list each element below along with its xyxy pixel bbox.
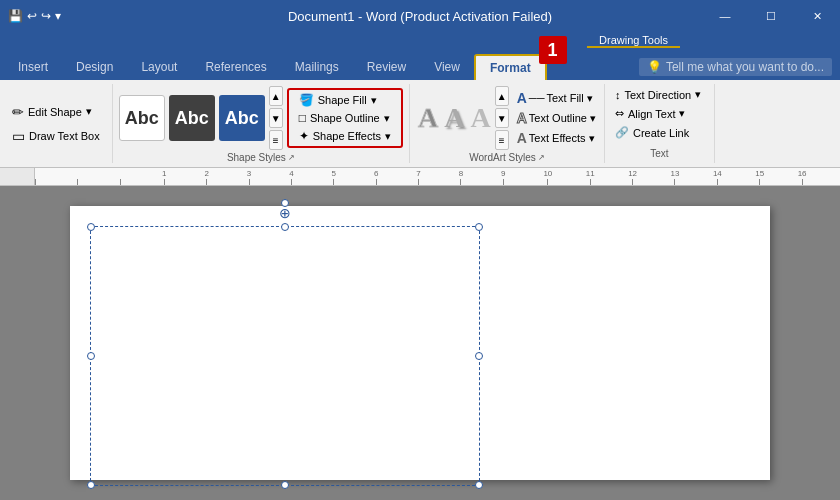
handle-middle-left[interactable] xyxy=(87,352,95,360)
quick-access-arrow[interactable]: ▾ xyxy=(55,9,61,23)
wordart-expand-icon[interactable]: ↗ xyxy=(538,153,545,162)
shape-style-up[interactable]: ▲ xyxy=(269,86,283,106)
save-icon[interactable]: 💾 xyxy=(8,9,23,23)
text-direction-label: Text Direction xyxy=(624,89,691,101)
align-text-icon: ⇔ xyxy=(615,107,624,120)
quick-access[interactable]: 💾 ↩ ↪ ▾ xyxy=(8,9,61,23)
handle-bottom-right[interactable] xyxy=(475,481,483,489)
handle-bottom-center[interactable]: 2 xyxy=(281,481,289,489)
handle-top-right[interactable] xyxy=(475,223,483,231)
direction-section-label: Text xyxy=(611,146,708,161)
create-link-icon: 🔗 xyxy=(615,126,629,139)
tab-insert[interactable]: Insert xyxy=(4,54,62,80)
text-fill-icon: A xyxy=(517,90,527,106)
wordart-more[interactable]: ≡ xyxy=(495,130,509,150)
drawing-tools-bar: Drawing Tools xyxy=(0,32,840,50)
window-title: Document1 - Word (Product Activation Fai… xyxy=(288,9,552,24)
shape-fill-arrow: ▾ xyxy=(371,94,377,107)
shape-style-down[interactable]: ▼ xyxy=(269,108,283,128)
wordart-up[interactable]: ▲ xyxy=(495,86,509,106)
search-bar[interactable]: 💡 Tell me what you want to do... xyxy=(639,58,832,76)
edit-shape-label: Edit Shape xyxy=(28,106,82,118)
text-direction-button[interactable]: ↕ Text Direction ▾ xyxy=(611,86,708,103)
text-box[interactable]: ⊕ 2 xyxy=(90,226,480,486)
move-handle[interactable]: ⊕ xyxy=(279,205,291,221)
align-text-arrow: ▾ xyxy=(679,107,685,120)
shape-styles-content: Abc Abc Abc ▲ ▼ ≡ 🪣 Shape Fill ▾ □ Shape… xyxy=(119,86,403,150)
shape-outline-button[interactable]: □ Shape Outline ▾ xyxy=(295,110,395,126)
shape-effects-icon: ✦ xyxy=(299,129,309,143)
tab-format[interactable]: Format xyxy=(474,54,547,80)
wordart-letter-1[interactable]: A xyxy=(416,102,440,134)
text-box-icon: ▭ xyxy=(12,128,25,144)
text-fill-button[interactable]: A ── Text Fill ▾ xyxy=(515,89,598,107)
handle-top-left[interactable] xyxy=(87,223,95,231)
ruler-marks: 1234567891011121314151617 xyxy=(35,168,840,185)
handle-middle-right[interactable] xyxy=(475,352,483,360)
ribbon: ✏ Edit Shape ▾ ▭ Draw Text Box Abc Abc A… xyxy=(0,80,840,168)
tab-format-container: Format 1 xyxy=(474,54,547,80)
drawing-tools-label: Drawing Tools xyxy=(587,34,680,48)
text-direction-arrow: ▾ xyxy=(695,88,701,101)
shape-styles-section: Abc Abc Abc ▲ ▼ ≡ 🪣 Shape Fill ▾ □ Shape… xyxy=(113,84,410,163)
shape-effects-label: Shape Effects xyxy=(313,130,381,142)
close-button[interactable]: ✕ xyxy=(794,0,840,32)
wordart-letter-3[interactable]: A xyxy=(468,102,492,134)
edit-shape-arrow[interactable]: ▾ xyxy=(86,105,92,118)
tab-references[interactable]: References xyxy=(191,54,280,80)
minimize-button[interactable]: — xyxy=(702,0,748,32)
align-text-label: Align Text xyxy=(628,108,676,120)
text-outline-button[interactable]: A Text Outline ▾ xyxy=(515,109,598,127)
shape-styles-expand-icon[interactable]: ↗ xyxy=(288,153,295,162)
text-fill-label: Text Fill ▾ xyxy=(546,92,592,105)
wordart-content: A A A ▲ ▼ ≡ A ── Text Fill ▾ A Text Outl… xyxy=(416,86,598,150)
direction-section: ↕ Text Direction ▾ ⇔ Align Text ▾ 🔗 Crea… xyxy=(605,84,715,163)
tab-design[interactable]: Design xyxy=(62,54,127,80)
shape-style-more[interactable]: ≡ xyxy=(269,130,283,150)
draw-text-box-label: Draw Text Box xyxy=(29,130,100,142)
edit-shape-button[interactable]: ✏ Edit Shape ▾ xyxy=(8,102,104,122)
shape-effects-button[interactable]: ✦ Shape Effects ▾ xyxy=(295,128,395,144)
shape-options-box: 🪣 Shape Fill ▾ □ Shape Outline ▾ ✦ Shape… xyxy=(287,88,403,148)
redo-icon[interactable]: ↪ xyxy=(41,9,51,23)
shape-fill-icon: 🪣 xyxy=(299,93,314,107)
undo-icon[interactable]: ↩ xyxy=(27,9,37,23)
document-area: ⊕ 2 xyxy=(0,186,840,500)
shape-style-white[interactable]: Abc xyxy=(119,95,165,141)
tab-mailings[interactable]: Mailings xyxy=(281,54,353,80)
direction-content: ↕ Text Direction ▾ ⇔ Align Text ▾ 🔗 Crea… xyxy=(611,86,708,146)
wordart-right: A ── Text Fill ▾ A Text Outline ▾ A Text… xyxy=(515,89,598,147)
text-effects-icon: A xyxy=(517,130,527,146)
shape-fill-button[interactable]: 🪣 Shape Fill ▾ xyxy=(295,92,395,108)
handle-bottom-left[interactable] xyxy=(87,481,95,489)
wordart-arrows: ▲ ▼ ≡ xyxy=(495,86,509,150)
shape-outline-arrow: ▾ xyxy=(384,112,390,125)
text-effects-button[interactable]: A Text Effects ▾ xyxy=(515,129,598,147)
create-link-button[interactable]: 🔗 Create Link xyxy=(611,124,708,141)
edit-shape-icon: ✏ xyxy=(12,104,24,120)
shape-styles-arrows: ▲ ▼ ≡ xyxy=(269,86,283,150)
align-text-button[interactable]: ⇔ Align Text ▾ xyxy=(611,105,708,122)
handle-top-center[interactable] xyxy=(281,223,289,231)
shape-outline-label: Shape Outline xyxy=(310,112,380,124)
wordart-letter-2[interactable]: A xyxy=(442,102,466,134)
lightbulb-icon: 💡 xyxy=(647,60,662,74)
search-placeholder: Tell me what you want to do... xyxy=(666,60,824,74)
draw-text-box-button[interactable]: ▭ Draw Text Box xyxy=(8,126,104,146)
ruler-left-space xyxy=(0,168,35,185)
text-outline-label: Text Outline ▾ xyxy=(529,112,596,125)
ribbon-left-section: ✏ Edit Shape ▾ ▭ Draw Text Box xyxy=(0,84,113,163)
shape-fill-label: Shape Fill xyxy=(318,94,367,106)
wordart-down[interactable]: ▼ xyxy=(495,108,509,128)
tab-view[interactable]: View xyxy=(420,54,474,80)
maximize-button[interactable]: ☐ xyxy=(748,0,794,32)
window-controls[interactable]: — ☐ ✕ xyxy=(702,0,840,32)
shape-styles-label: Shape Styles ↗ xyxy=(119,150,403,165)
wordart-section-label: WordArt Styles ↗ xyxy=(416,150,598,165)
create-link-label: Create Link xyxy=(633,127,689,139)
tab-layout[interactable]: Layout xyxy=(127,54,191,80)
tab-review[interactable]: Review xyxy=(353,54,420,80)
shape-style-blue[interactable]: Abc xyxy=(219,95,265,141)
shape-outline-icon: □ xyxy=(299,111,306,125)
shape-style-gray[interactable]: Abc xyxy=(169,95,215,141)
